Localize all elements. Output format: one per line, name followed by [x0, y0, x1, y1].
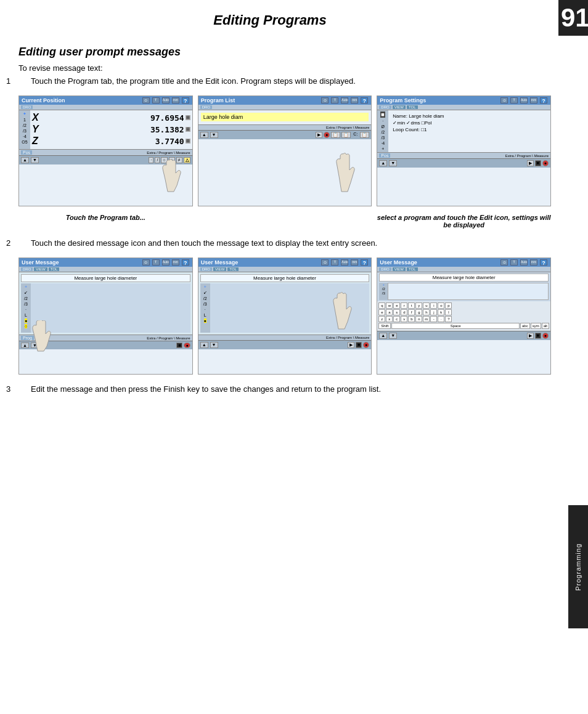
icon-question2: ? [361, 97, 368, 103]
screenshot-program-list: Program List ⊙ T Auto mm ? DRO Large hol… [198, 95, 372, 206]
settings-sidebar: ◼ · Ø /2 /3 ·4 + [377, 110, 388, 152]
section-heading: Editing user prompt messages [18, 46, 551, 59]
hand-cursor-2 [328, 152, 362, 197]
screen6-header: User Message ⊙ T Auto mm ? [377, 258, 550, 267]
icon-question5: ? [361, 259, 368, 266]
icon-t5: T [331, 259, 338, 266]
icon-camera2: ⊙ [321, 97, 329, 103]
icon-camera3: ⊙ [500, 97, 508, 103]
icon-auto6: Auto [520, 259, 528, 266]
page-title: Editing Programs [18, 12, 551, 28]
chapter-label: Programming [568, 505, 588, 628]
caption-2 [198, 214, 372, 229]
icon-t3: T [510, 97, 518, 103]
icon-camera: ⊙ [142, 97, 150, 103]
screen1-header: Current Position ⊙ T Auto mm ? [19, 96, 192, 105]
hand-cursor-1 [155, 158, 186, 197]
screen5-header: User Message ⊙ T Auto mm ? [198, 258, 372, 267]
icon-camera6: ⊙ [500, 259, 508, 266]
icon-t: T [152, 97, 160, 103]
icon-auto2: Auto [341, 97, 348, 103]
icon-question3: ? [540, 97, 547, 103]
screen3-header: Program Settings ⊙ T Auto mm ? [377, 96, 550, 105]
icon-mm4: mm [172, 259, 179, 266]
btn-up[interactable]: ▲ [21, 157, 29, 163]
settings-name: Name: Large hole diam [393, 113, 546, 119]
caption-3: select a program and touch the Edit icon… [377, 214, 551, 229]
screen2-header: Program List ⊙ T Auto mm ? [198, 96, 372, 105]
intro-text: To revise message text: [18, 63, 551, 73]
step-1-text: 1Touch the Program tab, the program titl… [18, 76, 551, 86]
icon-t6: T [510, 259, 518, 266]
icon-camera4: ⊙ [142, 259, 150, 266]
user-msg-text-2: Measure large hole diameter [200, 274, 370, 282]
screenshot-program-settings: Program Settings ⊙ T Auto mm ? DRO VIEW … [377, 95, 551, 206]
user-msg-text-1: Measure large hole diameter [21, 274, 190, 282]
step-3-text: 3Edit the message and then press the Fin… [18, 384, 551, 394]
icon-auto: Auto [162, 97, 169, 103]
msg-display: Measure large hole diameter [379, 274, 549, 282]
captions-row-1: Touch the Program tab... select a progra… [18, 214, 551, 229]
icon-t2: T [331, 97, 338, 103]
sym-key[interactable]: sym [531, 323, 541, 329]
step-2-text: 2Touch the desired message icon and then… [18, 238, 551, 248]
icon-mm: mm [172, 97, 179, 103]
icon-question: ? [182, 97, 189, 103]
abc-key[interactable]: abc [520, 323, 530, 329]
screenshots-row-2: User Message ⊙ T Auto mm ? DRO VIEW TOL … [18, 258, 551, 375]
icon-auto5: Auto [341, 259, 348, 266]
dro-sidebar: ✦ 1/2/3·4O5 [19, 110, 30, 149]
icon-mm3: mm [530, 97, 537, 103]
alt-key[interactable]: alt [542, 323, 549, 329]
space-key[interactable]: Space [391, 323, 520, 329]
page-number: 91 [558, 0, 588, 36]
screenshot-user-msg-2: User Message ⊙ T Auto mm ? DRO VIEW TOL … [198, 258, 372, 375]
icon-auto3: Auto [520, 97, 528, 103]
icon-camera5: ⊙ [321, 259, 329, 266]
screenshots-row-1: Current Position ⊙ T Auto mm ? DRO ✦ 1/2… [18, 95, 551, 206]
screenshot-user-msg-3: User Message ⊙ T Auto mm ? DRO VIEW TOL … [377, 258, 551, 375]
icon-auto4: Auto [162, 259, 169, 266]
shift-key[interactable]: Shift [378, 323, 391, 329]
hand-cursor-3 [27, 320, 57, 357]
btn-down[interactable]: ▼ [31, 157, 39, 163]
on-screen-keyboard: q w e r t y u i o p e a s d f g [377, 301, 550, 331]
program-list-item: Large hole diam [201, 113, 369, 121]
caption-1: Touch the Program tab... [18, 214, 193, 229]
icon-question6: ? [540, 259, 547, 266]
icon-question4: ? [182, 259, 189, 266]
icon-mm5: mm [351, 259, 358, 266]
icon-mm2: mm [351, 97, 358, 103]
hand-cursor-4 [325, 292, 359, 335]
icon-mm6: mm [530, 259, 537, 266]
screenshot-current-position: Current Position ⊙ T Auto mm ? DRO ✦ 1/2… [18, 95, 193, 206]
screenshot-user-msg-1: User Message ⊙ T Auto mm ? DRO VIEW TOL … [18, 258, 193, 375]
screen4-header: User Message ⊙ T Auto mm ? [19, 258, 192, 267]
icon-t4: T [152, 259, 160, 266]
